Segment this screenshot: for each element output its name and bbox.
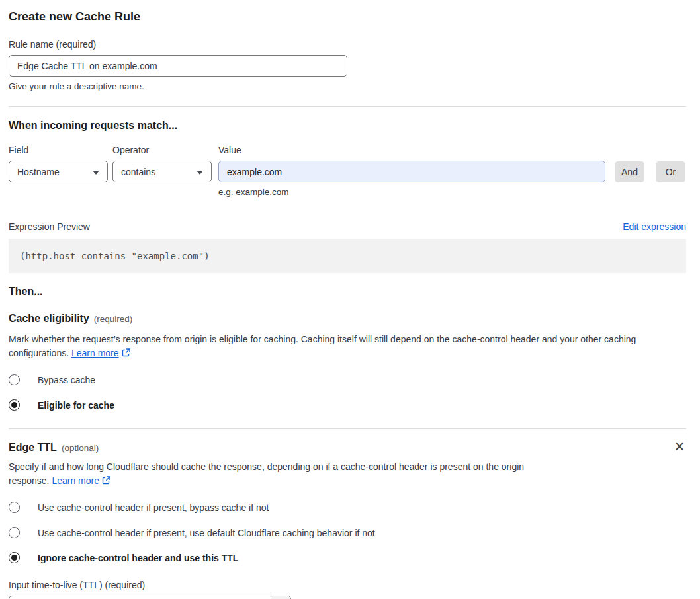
- expression-preview-row: Expression Preview Edit expression: [9, 221, 686, 232]
- edge-ttl-description: Specify if and how long Cloudflare shoul…: [9, 460, 563, 488]
- radio-label: Ignore cache-control header and use this…: [38, 553, 238, 563]
- radio-eligible-for-cache[interactable]: Eligible for cache: [9, 399, 686, 411]
- edit-expression-link[interactable]: Edit expression: [623, 221, 686, 232]
- page-title: Create new Cache Rule: [9, 9, 686, 24]
- cache-eligibility-header: Cache eligibility(required): [9, 313, 686, 325]
- radio-icon-selected[interactable]: [9, 399, 20, 411]
- radio-label: Use cache-control header if present, byp…: [38, 502, 269, 513]
- close-icon[interactable]: ✕: [673, 440, 686, 453]
- radio-use-header-bypass[interactable]: Use cache-control header if present, byp…: [9, 502, 686, 513]
- radio-icon-selected[interactable]: [9, 552, 20, 563]
- create-cache-rule-form: Create new Cache Rule Rule name (require…: [0, 0, 700, 599]
- rule-name-section: Rule name (required) Give your rule a de…: [9, 39, 686, 91]
- value-input[interactable]: [218, 161, 605, 182]
- edge-ttl-learn-more-link[interactable]: Learn more: [52, 475, 99, 486]
- ttl-select[interactable]: 1 day: [9, 596, 291, 599]
- cache-eligibility-title: Cache eligibility: [9, 313, 89, 324]
- match-heading: When incoming requests match...: [9, 120, 686, 132]
- rule-name-help: Give your rule a descriptive name.: [9, 81, 686, 91]
- field-label: Field: [9, 145, 112, 155]
- chevron-down-icon: [93, 171, 99, 175]
- value-label: Value: [218, 145, 686, 155]
- divider: [9, 428, 686, 429]
- cache-eligibility-description: Mark whether the request’s response from…: [9, 333, 686, 360]
- operator-select-value: contains: [121, 167, 155, 177]
- cache-eligibility-learn-more-link[interactable]: Learn more: [71, 348, 119, 358]
- radio-icon[interactable]: [9, 502, 20, 513]
- operator-select[interactable]: contains: [112, 161, 212, 182]
- radio-bypass-cache[interactable]: Bypass cache: [9, 374, 686, 385]
- edge-ttl-qualifier: (optional): [62, 443, 99, 453]
- and-button[interactable]: And: [615, 161, 644, 182]
- external-link-icon: [122, 347, 130, 356]
- value-help: e.g. example.com: [218, 187, 686, 197]
- rule-name-label: Rule name (required): [9, 39, 686, 50]
- radio-icon[interactable]: [9, 527, 20, 538]
- edge-ttl-title: Edge TTL: [9, 442, 57, 453]
- or-button[interactable]: Or: [656, 161, 685, 182]
- edge-ttl-header: Edge TTL(optional) ✕: [9, 440, 686, 454]
- divider: [9, 106, 686, 107]
- field-select-value: Hostname: [17, 167, 60, 177]
- matcher-labels-row: Field Operator Value: [9, 145, 686, 155]
- then-heading: Then...: [9, 286, 686, 298]
- cache-eligibility-qualifier: (required): [94, 314, 133, 324]
- radio-ignore-header-use-ttl[interactable]: Ignore cache-control header and use this…: [9, 552, 686, 563]
- field-select[interactable]: Hostname: [9, 161, 108, 182]
- radio-label: Eligible for cache: [38, 400, 114, 411]
- matcher-controls-row: Hostname contains And Or: [9, 161, 686, 182]
- ttl-section: Input time-to-live (TTL) (required) 1 da…: [9, 580, 686, 599]
- expression-preview-label: Expression Preview: [9, 221, 90, 232]
- radio-use-header-default[interactable]: Use cache-control header if present, use…: [9, 527, 686, 538]
- ttl-dropdown-button[interactable]: [271, 596, 290, 599]
- ttl-label: Input time-to-live (TTL) (required): [9, 580, 686, 590]
- radio-icon[interactable]: [9, 374, 20, 385]
- radio-label: Bypass cache: [38, 375, 95, 385]
- expression-code: (http.host contains "example.com"): [20, 251, 210, 261]
- external-link-icon: [102, 475, 110, 483]
- expression-code-block: (http.host contains "example.com"): [9, 239, 686, 273]
- rule-name-input[interactable]: [9, 55, 347, 77]
- radio-label: Use cache-control header if present, use…: [38, 528, 375, 538]
- operator-label: Operator: [112, 145, 218, 155]
- chevron-down-icon: [197, 171, 203, 175]
